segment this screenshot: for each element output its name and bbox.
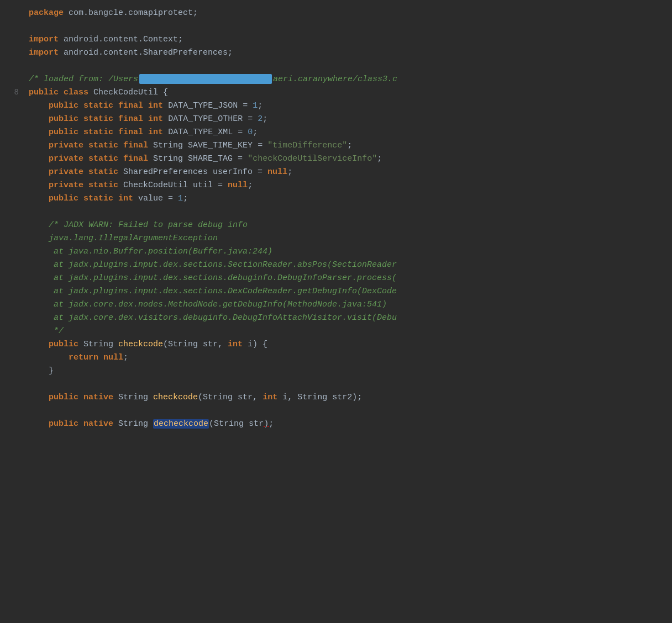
code-line: public native String checkcode(String st… — [0, 391, 672, 404]
token: String — [113, 393, 153, 402]
token: at jadx.core.dex.visitors.debuginfo.Debu… — [29, 313, 397, 323]
code-line — [0, 378, 672, 391]
token — [118, 141, 123, 150]
line-code: at jadx.plugins.input.dex.sections.DexCo… — [23, 285, 672, 298]
token — [78, 114, 83, 124]
token: ; — [287, 167, 292, 177]
code-line: import android.content.SharedPreferences… — [0, 46, 672, 60]
token: i, String str2); — [277, 393, 362, 402]
token — [143, 128, 148, 137]
token — [29, 194, 49, 203]
token: value = — [133, 194, 178, 203]
token: String SAVE_TIME_KEY = — [148, 141, 267, 150]
token — [29, 167, 49, 177]
token: 0 — [248, 128, 253, 137]
token: ; — [123, 353, 128, 362]
code-content: package com.bangcle.comapiprotect; impor… — [0, 0, 672, 437]
line-code: private static final String SAVE_TIME_KE… — [23, 139, 672, 152]
token — [29, 101, 49, 110]
line-code: private static SharedPreferences userInf… — [23, 166, 672, 178]
line-code: public native String decheckcode(String … — [23, 418, 672, 430]
token: */ — [29, 326, 64, 336]
token — [29, 419, 49, 429]
token — [78, 128, 83, 137]
line-code: } — [23, 365, 672, 377]
token — [83, 181, 88, 190]
token: final — [123, 141, 148, 150]
line-number: 8 — [2, 87, 23, 99]
token: at java.nio.Buffer.position(Buffer.java:… — [29, 247, 272, 256]
token: SharedPreferences userInfo = — [118, 167, 267, 177]
line-code: public native String checkcode(String st… — [23, 391, 672, 404]
token: static — [88, 181, 118, 190]
token — [29, 154, 49, 163]
token: DATA_TYPE_JSON = — [163, 101, 253, 110]
token: i) { — [243, 340, 267, 349]
code-line: at jadx.plugins.input.dex.sections.Secti… — [0, 258, 672, 272]
code-line: public static final int DATA_TYPE_JSON =… — [0, 99, 672, 113]
code-line: public static final int DATA_TYPE_XML = … — [0, 126, 672, 139]
token: import — [29, 48, 59, 57]
token: import — [29, 35, 59, 44]
token: { — [163, 88, 168, 97]
token — [143, 114, 148, 124]
token: static — [83, 194, 113, 203]
token: (String str, — [198, 393, 262, 402]
code-line — [0, 205, 672, 219]
token: String — [113, 419, 153, 429]
token: com.bangcle.comapiprotect; — [64, 8, 198, 18]
code-line: return null; — [0, 351, 672, 365]
token: null — [267, 167, 287, 177]
code-line: private static final String SAVE_TIME_KE… — [0, 139, 672, 152]
token: "checkCodeUtilServiceInfo" — [248, 154, 377, 163]
line-code: public static final int DATA_TYPE_XML = … — [23, 126, 672, 139]
line-code: private static CheckCodeUtil util = null… — [23, 179, 672, 192]
token — [59, 88, 64, 97]
token — [83, 141, 88, 150]
token: int — [118, 194, 133, 203]
token: static — [88, 167, 118, 177]
token: private — [49, 181, 83, 190]
line-code: /* JADX WARN: Failed to parse debug info — [23, 219, 672, 231]
token: /* JADX WARN: Failed to parse debug info — [29, 220, 248, 230]
token: null — [228, 181, 248, 190]
code-line: import android.content.Context; — [0, 33, 672, 46]
token: (String str, — [163, 340, 228, 349]
line-code: public String checkcode(String str, int … — [23, 338, 672, 351]
token — [113, 194, 118, 203]
token: "timeDifference" — [267, 141, 347, 150]
token: (String str — [209, 419, 264, 429]
token: ; — [262, 114, 267, 124]
token: int — [148, 101, 163, 110]
token: public — [49, 393, 78, 402]
code-line: private static CheckCodeUtil util = null… — [0, 179, 672, 192]
code-line: */ — [0, 325, 672, 338]
token: return — [69, 353, 98, 362]
token: ) — [264, 419, 269, 429]
code-line: at jadx.core.dex.nodes.MethodNode.getDeb… — [0, 298, 672, 312]
token: static — [83, 101, 113, 110]
line-code: /* loaded from: /Usersaeri.caranywhere/c… — [23, 73, 672, 86]
token: private — [49, 154, 83, 163]
token — [83, 167, 88, 177]
token: final — [118, 114, 143, 124]
code-line: private static SharedPreferences userInf… — [0, 166, 672, 179]
line-code: at jadx.core.dex.visitors.debuginfo.Debu… — [23, 312, 672, 324]
token — [29, 393, 49, 402]
token: at jadx.plugins.input.dex.sections.DexCo… — [29, 287, 397, 296]
code-line: /* loaded from: /Usersaeri.caranywhere/c… — [0, 73, 672, 86]
token — [78, 419, 83, 429]
line-code: package com.bangcle.comapiprotect; — [23, 7, 672, 19]
token: /* loaded from: /Users — [29, 75, 138, 84]
token: static — [83, 114, 113, 124]
token: int — [148, 128, 163, 137]
token — [29, 353, 69, 362]
token: native — [83, 393, 113, 402]
token: int — [228, 340, 243, 349]
token: package — [29, 8, 64, 18]
code-line: at jadx.plugins.input.dex.sections.debug… — [0, 272, 672, 285]
token: private — [49, 141, 83, 150]
line-code: at jadx.core.dex.nodes.MethodNode.getDeb… — [23, 298, 672, 311]
token: DATA_TYPE_OTHER = — [163, 114, 258, 124]
token: ; — [248, 181, 253, 190]
